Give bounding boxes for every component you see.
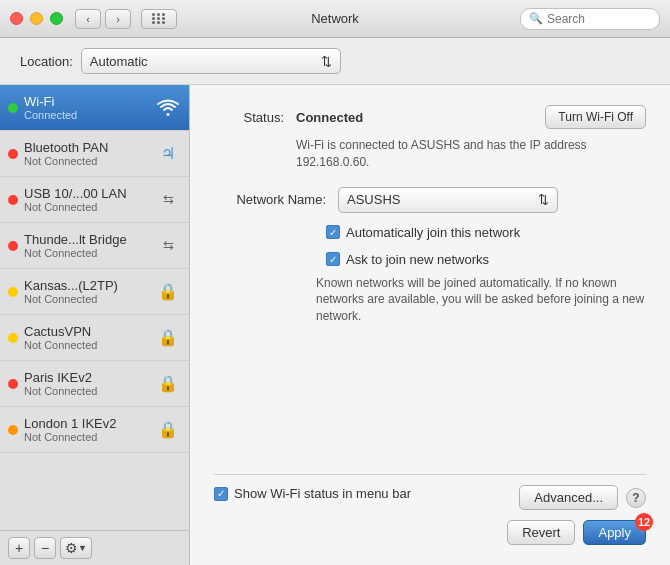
apply-label: Apply xyxy=(598,525,631,540)
sidebar-item-thunderbolt-name: Thunde...lt Bridge xyxy=(24,232,155,247)
help-button[interactable]: ? xyxy=(626,488,646,508)
sidebar-item-cactus[interactable]: CactusVPN Not Connected 🔒 xyxy=(0,315,189,361)
forward-button[interactable]: › xyxy=(105,9,131,29)
gear-menu-button[interactable]: ⚙ ▼ xyxy=(60,537,92,559)
status-dot-kansas xyxy=(8,287,18,297)
sidebar-item-cactus-name: CactusVPN xyxy=(24,324,155,339)
sidebar-item-usb-status: Not Connected xyxy=(24,201,155,213)
location-select[interactable]: Automatic ⇅ xyxy=(81,48,341,74)
thunderbolt-arrows-icon: ⇆ xyxy=(155,233,181,259)
search-icon: 🔍 xyxy=(529,12,543,25)
checkmark-icon-3: ✓ xyxy=(217,488,225,499)
sidebar-item-bluetooth-pan[interactable]: Bluetooth PAN Not Connected ♃ xyxy=(0,131,189,177)
checkmark-icon-2: ✓ xyxy=(329,254,337,265)
sidebar-item-paris-name: Paris IKEv2 xyxy=(24,370,155,385)
network-name-select[interactable]: ASUSHS ⇅ xyxy=(338,187,558,213)
remove-network-button[interactable]: − xyxy=(34,537,56,559)
sidebar-item-usb-name: USB 10/...00 LAN xyxy=(24,186,155,201)
status-dot-bluetooth xyxy=(8,149,18,159)
revert-button[interactable]: Revert xyxy=(507,520,575,545)
nav-buttons: ‹ › xyxy=(75,9,131,29)
close-button[interactable] xyxy=(10,12,23,25)
advanced-button[interactable]: Advanced... xyxy=(519,485,618,510)
auto-join-row[interactable]: ✓ Automatically join this network xyxy=(326,225,646,240)
sidebar-item-thunderbolt[interactable]: Thunde...lt Bridge Not Connected ⇆ xyxy=(0,223,189,269)
window-controls xyxy=(10,12,63,25)
show-wifi-row[interactable]: ✓ Show Wi-Fi status in menu bar xyxy=(214,486,411,501)
sidebar-item-usb-lan[interactable]: USB 10/...00 LAN Not Connected ⇆ xyxy=(0,177,189,223)
sidebar-item-wifi[interactable]: Wi-Fi Connected xyxy=(0,85,189,131)
status-dot-london xyxy=(8,425,18,435)
network-name-value: ASUSHS xyxy=(347,192,400,207)
london-lock-icon: 🔒 xyxy=(155,417,181,443)
minimize-button[interactable] xyxy=(30,12,43,25)
sidebar-item-wifi-status: Connected xyxy=(24,109,155,121)
gear-icon: ⚙ xyxy=(65,540,78,556)
kansas-lock-icon: 🔒 xyxy=(155,279,181,305)
search-box[interactable]: 🔍 xyxy=(520,8,660,30)
location-value: Automatic xyxy=(90,54,148,69)
ask-join-label: Ask to join new networks xyxy=(346,252,489,267)
sidebar-item-bluetooth-status: Not Connected xyxy=(24,155,155,167)
network-name-row: Network Name: ASUSHS ⇅ xyxy=(214,187,646,213)
search-input[interactable] xyxy=(547,12,651,26)
sidebar-item-bluetooth-name: Bluetooth PAN xyxy=(24,140,155,155)
sidebar-item-cactus-status: Not Connected xyxy=(24,339,155,351)
sidebar-item-london-name: London 1 IKEv2 xyxy=(24,416,155,431)
sidebar-item-paris-status: Not Connected xyxy=(24,385,155,397)
apply-button[interactable]: Apply 12 xyxy=(583,520,646,545)
sidebar-item-thunderbolt-status: Not Connected xyxy=(24,247,155,259)
status-description: Wi-Fi is connected to ASUSHS and has the… xyxy=(296,137,646,171)
status-dot-wifi xyxy=(8,103,18,113)
bluetooth-icon: ♃ xyxy=(155,141,181,167)
sidebar-item-kansas-name: Kansas...(L2TP) xyxy=(24,278,155,293)
ask-join-row[interactable]: ✓ Ask to join new networks xyxy=(326,252,646,267)
auto-join-label: Automatically join this network xyxy=(346,225,520,240)
sidebar-item-kansas-status: Not Connected xyxy=(24,293,155,305)
status-value: Connected xyxy=(296,110,545,125)
status-dot-thunderbolt xyxy=(8,241,18,251)
sidebar-item-london-status: Not Connected xyxy=(24,431,155,443)
back-button[interactable]: ‹ xyxy=(75,9,101,29)
content-area: Wi-Fi Connected Bluetooth PAN xyxy=(0,85,670,565)
status-dot-usb xyxy=(8,195,18,205)
grid-icon xyxy=(152,13,166,24)
checkmark-icon: ✓ xyxy=(329,227,337,238)
paris-lock-icon: 🔒 xyxy=(155,371,181,397)
bottom-section: ✓ Show Wi-Fi status in menu bar Advanced… xyxy=(214,474,646,545)
apply-badge: 12 xyxy=(635,513,653,531)
sidebar-item-kansas[interactable]: Kansas...(L2TP) Not Connected 🔒 xyxy=(0,269,189,315)
titlebar: ‹ › Network 🔍 xyxy=(0,0,670,38)
location-arrow-icon: ⇅ xyxy=(321,54,332,69)
show-wifi-checkbox[interactable]: ✓ xyxy=(214,487,228,501)
show-wifi-label: Show Wi-Fi status in menu bar xyxy=(234,486,411,501)
status-label: Status: xyxy=(214,110,284,125)
right-panel: Status: Connected Turn Wi-Fi Off Wi-Fi i… xyxy=(190,85,670,565)
ask-join-checkbox[interactable]: ✓ xyxy=(326,252,340,266)
sidebar-footer: + − ⚙ ▼ xyxy=(0,530,189,565)
sidebar-item-wifi-name: Wi-Fi xyxy=(24,94,155,109)
usb-arrows-icon: ⇆ xyxy=(155,187,181,213)
add-network-button[interactable]: + xyxy=(8,537,30,559)
window-title: Network xyxy=(311,11,359,26)
status-dot-paris xyxy=(8,379,18,389)
ask-join-description: Known networks will be joined automatica… xyxy=(316,275,646,325)
location-bar: Location: Automatic ⇅ xyxy=(0,38,670,85)
cactus-lock-icon: 🔒 xyxy=(155,325,181,351)
status-row: Status: Connected Turn Wi-Fi Off xyxy=(214,105,646,129)
grid-button[interactable] xyxy=(141,9,177,29)
status-dot-cactus xyxy=(8,333,18,343)
sidebar: Wi-Fi Connected Bluetooth PAN xyxy=(0,85,190,565)
wifi-icon xyxy=(155,95,181,121)
sidebar-item-london[interactable]: London 1 IKEv2 Not Connected 🔒 xyxy=(0,407,189,453)
sidebar-item-paris[interactable]: Paris IKEv2 Not Connected 🔒 xyxy=(0,361,189,407)
network-name-arrow-icon: ⇅ xyxy=(538,192,549,207)
main-content: Location: Automatic ⇅ Wi-Fi Connected xyxy=(0,38,670,565)
maximize-button[interactable] xyxy=(50,12,63,25)
turn-wifi-off-button[interactable]: Turn Wi-Fi Off xyxy=(545,105,646,129)
auto-join-checkbox[interactable]: ✓ xyxy=(326,225,340,239)
location-label: Location: xyxy=(20,54,73,69)
network-name-label: Network Name: xyxy=(214,192,326,207)
gear-dropdown-arrow-icon: ▼ xyxy=(78,543,87,553)
